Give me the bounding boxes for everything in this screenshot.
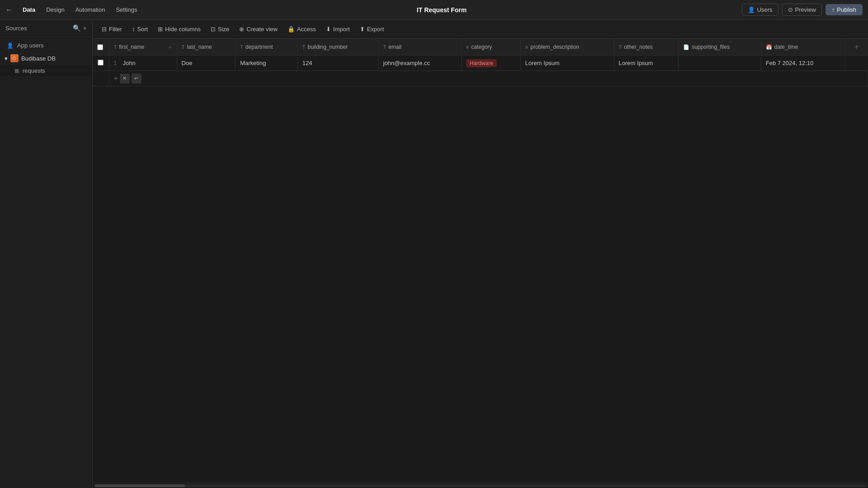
cell-department[interactable]: Marketing xyxy=(236,56,298,71)
col-building-label: building_number xyxy=(307,44,348,50)
sort-button[interactable]: ↕ Sort xyxy=(127,24,152,34)
header-date-time[interactable]: 📅 date_time xyxy=(761,39,845,56)
add-row-cell[interactable]: + ✕ ↵ xyxy=(109,71,868,86)
filter-label: Filter xyxy=(109,26,122,33)
sources-label: Sources xyxy=(5,25,27,32)
text-type-icon-4: T xyxy=(302,44,306,50)
preview-button[interactable]: ⊙ Preview xyxy=(782,4,822,16)
lock-icon: 🔒 xyxy=(288,26,295,33)
cell-email[interactable]: john@example.cc xyxy=(378,56,461,71)
search-icon[interactable]: 🔍 xyxy=(73,24,80,32)
scrollbar-thumb[interactable] xyxy=(94,484,185,487)
row-action-delete[interactable]: ✕ xyxy=(120,74,130,84)
cell-building-number[interactable]: 124 xyxy=(297,56,378,71)
cell-category[interactable]: Hardware xyxy=(461,56,520,71)
content-area: ⊟ Filter ↕ Sort ⊞ Hide columns ⊡ Size ⊕ … xyxy=(93,20,868,488)
size-icon: ⊡ xyxy=(211,26,216,33)
sidebar-section: 👤 App users ▾ ⬡ Budibase DB ▦ requests xyxy=(0,37,92,79)
add-row-row: + ✕ ↵ xyxy=(93,71,868,86)
filter-button[interactable]: ⊟ Filter xyxy=(97,24,127,34)
sort-icon: ↕ xyxy=(132,26,135,33)
size-button[interactable]: ⊡ Size xyxy=(206,24,234,34)
size-label: Size xyxy=(218,26,229,33)
text-type-icon-6: T xyxy=(619,44,622,50)
import-icon: ⬇ xyxy=(326,26,331,33)
nav-data[interactable]: Data xyxy=(18,5,40,15)
header-other-notes[interactable]: T other_notes xyxy=(614,39,679,56)
preview-icon: ⊙ xyxy=(788,6,793,13)
header-add-column[interactable]: + xyxy=(845,39,868,56)
sidebar-db-header[interactable]: ▾ ⬡ Budibase DB xyxy=(0,52,92,65)
back-button[interactable]: ← xyxy=(5,6,13,14)
sort-label: Sort xyxy=(137,26,148,33)
add-row-button[interactable]: + xyxy=(114,75,118,83)
date-time-value: Feb 7 2024, 12:10 xyxy=(766,60,814,66)
app-users-icon: 👤 xyxy=(6,42,14,49)
publish-icon: ↑ xyxy=(832,6,835,13)
main-layout: Sources 🔍 + 👤 App users ▾ ⬡ Budibase DB … xyxy=(0,20,868,488)
col-problem-label: problem_description xyxy=(530,44,579,50)
col-category-label: category xyxy=(471,44,492,50)
row-number: 1 xyxy=(114,60,119,66)
access-button[interactable]: 🔒 Access xyxy=(283,24,321,34)
header-supporting-files[interactable]: 📄 supporting_files xyxy=(679,39,761,56)
export-button[interactable]: ⬆ Export xyxy=(355,24,389,34)
table-icon: ▦ xyxy=(14,68,19,74)
first-name-value: John xyxy=(123,60,136,66)
add-column-button[interactable]: + xyxy=(850,41,863,53)
top-nav: ← Data Design Automation Settings IT Req… xyxy=(0,0,868,20)
table-label: requests xyxy=(23,67,45,74)
file-type-icon: 📄 xyxy=(683,44,689,50)
hide-columns-icon: ⊞ xyxy=(158,26,163,33)
list-type-icon: ≡ xyxy=(466,44,469,50)
cell-first-name[interactable]: 1 John xyxy=(109,56,177,71)
import-label: Import xyxy=(333,26,350,33)
cell-problem-description[interactable]: Lorem Ipsum xyxy=(520,56,614,71)
header-building-number[interactable]: T building_number xyxy=(297,39,378,56)
header-category[interactable]: ≡ category xyxy=(461,39,520,56)
col-datetime-label: date_time xyxy=(774,44,798,50)
publish-button[interactable]: ↑ Publish xyxy=(826,4,863,15)
sidebar-item-requests[interactable]: ▦ requests xyxy=(0,65,92,76)
scrollbar-track xyxy=(94,484,866,487)
text-type-icon-2: T xyxy=(182,44,185,50)
row-checkbox[interactable] xyxy=(98,60,104,66)
db-label: Budibase DB xyxy=(21,55,56,62)
cell-supporting-files[interactable] xyxy=(679,56,761,71)
header-first-name[interactable]: T first_name + xyxy=(109,39,177,56)
row-action-expand[interactable]: ↵ xyxy=(132,74,142,84)
col-first-name-label: first_name xyxy=(119,44,144,50)
import-button[interactable]: ⬇ Import xyxy=(321,24,354,34)
row-action-icons: ✕ ↵ xyxy=(120,74,142,84)
cell-add-col-spacer xyxy=(845,56,868,71)
nav-design[interactable]: Design xyxy=(42,5,69,15)
create-view-icon: ⊕ xyxy=(239,26,244,33)
sidebar-actions: 🔍 + xyxy=(73,24,87,32)
select-all-checkbox[interactable] xyxy=(97,44,103,50)
add-row-inline-icon[interactable]: + xyxy=(168,43,172,51)
toolbar: ⊟ Filter ↕ Sort ⊞ Hide columns ⊡ Size ⊕ … xyxy=(93,20,868,39)
nav-settings[interactable]: Settings xyxy=(111,5,142,15)
header-department[interactable]: T department xyxy=(236,39,298,56)
add-source-button[interactable]: + xyxy=(83,24,87,32)
sidebar-db-group: ▾ ⬡ Budibase DB ▦ requests xyxy=(0,52,92,76)
create-view-button[interactable]: ⊕ Create view xyxy=(235,24,282,34)
header-problem-description[interactable]: ≡ problem_description xyxy=(520,39,614,56)
users-button[interactable]: 👤 Users xyxy=(742,4,778,16)
cell-last-name[interactable]: Doe xyxy=(177,56,236,71)
nav-automation[interactable]: Automation xyxy=(71,5,110,15)
export-icon: ⬆ xyxy=(360,26,365,33)
hide-columns-button[interactable]: ⊞ Hide columns xyxy=(153,24,205,34)
header-email[interactable]: T email xyxy=(378,39,461,56)
preview-label: Preview xyxy=(795,6,816,13)
sidebar-item-app-users[interactable]: 👤 App users xyxy=(0,39,92,52)
access-label: Access xyxy=(297,26,316,33)
cell-date-time[interactable]: Feb 7 2024, 12:10 xyxy=(761,56,845,71)
horizontal-scrollbar[interactable] xyxy=(93,483,868,488)
cell-other-notes[interactable]: Lorem Ipsum xyxy=(614,56,679,71)
list-type-icon-2: ≡ xyxy=(525,44,528,50)
app-title: IT Request Form xyxy=(143,6,740,14)
header-last-name[interactable]: T last_name xyxy=(177,39,236,56)
building-number-value: 124 xyxy=(302,60,312,66)
datetime-type-icon: 📅 xyxy=(766,44,772,50)
